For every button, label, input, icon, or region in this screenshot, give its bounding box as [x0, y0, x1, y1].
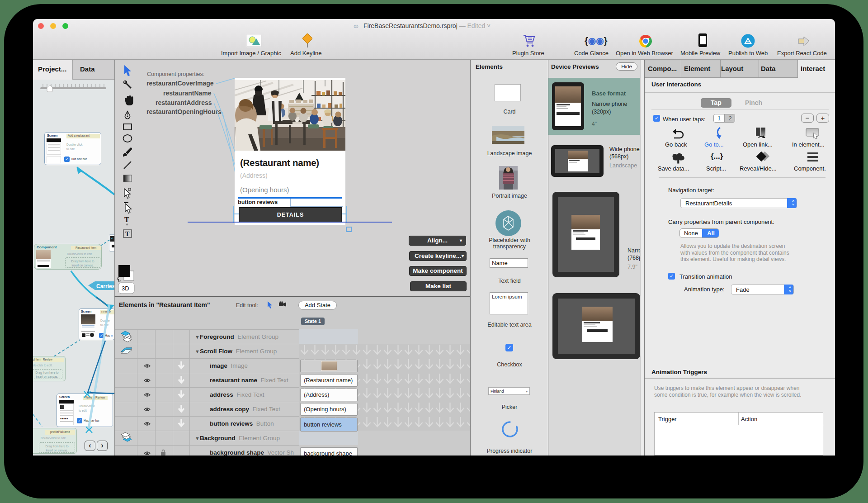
svg-text:Carries: Carries [96, 283, 114, 289]
